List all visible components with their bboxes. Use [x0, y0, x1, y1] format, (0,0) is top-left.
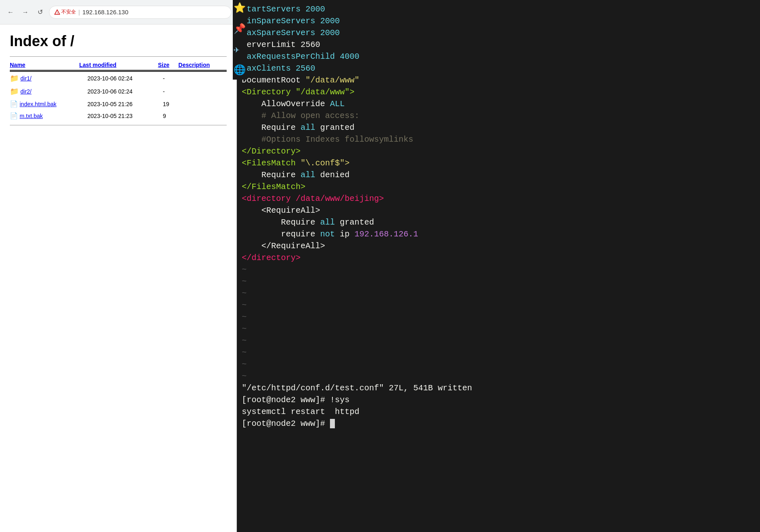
terminal-line: ~	[242, 335, 755, 347]
terminal-line: ~	[242, 276, 755, 287]
terminal-line: #Options Indexes followsymlinks	[242, 134, 755, 145]
last-modified-cell: 2023-10-06 02:24	[79, 85, 158, 98]
file-link[interactable]: dir2/	[20, 88, 31, 95]
terminal-line: systemctl restart httpd	[242, 406, 755, 418]
terminal-line: MaxClients 2560	[242, 62, 755, 74]
file-name-cell: 📄m.txt.bak	[10, 110, 79, 122]
col-name-link[interactable]: Name	[10, 62, 25, 68]
description-cell	[178, 110, 227, 122]
size-cell: 9	[158, 110, 178, 122]
terminal-line: AllowOverride ALL	[242, 98, 755, 110]
browser-panel: ← → ↺ ! 不安全 | 192.168.126.130 Index of /…	[0, 0, 237, 532]
file-icon: 📄	[10, 112, 18, 119]
file-link[interactable]: m.txt.bak	[20, 113, 43, 119]
terminal-line: StartServers 2000	[242, 3, 755, 15]
page-title: Index of /	[10, 33, 227, 50]
last-modified-cell: 2023-10-05 21:23	[79, 110, 158, 122]
col-size: Size	[158, 60, 178, 70]
terminal-line: ~	[242, 299, 755, 311]
col-description: Description	[178, 60, 227, 70]
last-modified-cell: 2023-10-05 21:26	[79, 98, 158, 110]
table-row: 📁dir2/2023-10-06 02:24-	[10, 85, 227, 98]
terminal-line: Require all granted	[242, 122, 755, 134]
star-icon: ⭐	[237, 2, 246, 16]
description-cell	[178, 85, 227, 98]
file-name-cell: 📁dir2/	[10, 85, 79, 98]
col-description-link[interactable]: Description	[178, 62, 210, 68]
pin-icon: 📌	[237, 22, 246, 37]
col-size-link[interactable]: Size	[158, 62, 169, 68]
url-separator: |	[78, 9, 80, 16]
terminal-line: ServerLimit 2560	[242, 39, 755, 51]
reload-button[interactable]: ↺	[34, 7, 46, 18]
terminal-line: </directory>	[242, 252, 755, 264]
last-modified-cell: 2023-10-06 02:24	[79, 71, 158, 85]
warning-icon: !	[54, 9, 60, 15]
file-listing-table: Name Last modified Size Description 📁dir…	[10, 60, 227, 122]
terminal-line: DocumentRoot "/data/www"	[242, 74, 755, 86]
terminal-line: MaxRequestsPerChild 4000	[242, 51, 755, 62]
terminal-line: ~	[242, 287, 755, 299]
terminal-line: ~	[242, 323, 755, 335]
terminal-line: ~	[242, 311, 755, 323]
table-row: 📁dir1/2023-10-06 02:24-	[10, 71, 227, 85]
file-link[interactable]: dir1/	[20, 75, 31, 82]
table-row: 📄m.txt.bak2023-10-05 21:239	[10, 110, 227, 122]
table-row: 📄index.html.bak2023-10-05 21:2619	[10, 98, 227, 110]
description-cell	[178, 71, 227, 85]
col-last-modified: Last modified	[79, 60, 158, 70]
security-warning: ! 不安全	[54, 9, 76, 16]
back-button[interactable]: ←	[5, 7, 16, 18]
folder-icon: 📁	[10, 74, 19, 82]
terminal-line: <RequireAll>	[242, 205, 755, 216]
terminal-line: "/etc/httpd/conf.d/test.conf" 27L, 541B …	[242, 382, 755, 394]
terminal-line: </RequireAll>	[242, 240, 755, 252]
terminal-line: Require all granted	[242, 216, 755, 228]
file-name-cell: 📄index.html.bak	[10, 98, 79, 110]
folder-icon: 📁	[10, 87, 19, 96]
forward-button[interactable]: →	[20, 7, 31, 18]
table-header-row: Name Last modified Size Description	[10, 60, 227, 70]
col-name: Name	[10, 60, 79, 70]
terminal-line: <directory /data/www/beijing>	[242, 193, 755, 205]
index-content: Index of / Name Last modified Size Descr…	[0, 24, 236, 532]
terminal-line: <Directory "/data/www">	[242, 86, 755, 98]
col-last-modified-link[interactable]: Last modified	[79, 62, 116, 68]
terminal-line: <FilesMatch "\.conf$">	[242, 157, 755, 169]
globe-icon: 🌐	[237, 64, 246, 78]
terminal-line: require not ip 192.168.126.1	[242, 228, 755, 240]
description-cell	[178, 98, 227, 110]
security-label: 不安全	[61, 9, 76, 16]
terminal-line: ~	[242, 358, 755, 370]
arrow-icon: ✈	[237, 43, 246, 58]
terminal-line: ~	[242, 370, 755, 382]
terminal-line: [root@node2 www]#	[242, 418, 755, 430]
file-name-cell: 📁dir1/	[10, 71, 79, 85]
size-cell: 19	[158, 98, 178, 110]
terminal-line: MaxSpareServers 2000	[242, 27, 755, 39]
terminal-panel: ⭐ 📌 ✈ 🌐 StartServers 2000MinSpareServers…	[237, 0, 760, 532]
terminal-icons: ⭐ 📌 ✈ 🌐	[237, 0, 247, 80]
terminal-line: [root@node2 www]# !sys	[242, 394, 755, 406]
file-icon: 📄	[10, 100, 18, 107]
terminal-line: </FilesMatch>	[242, 181, 755, 193]
terminal-line: ~	[242, 347, 755, 358]
terminal-cursor	[330, 419, 335, 428]
address-bar[interactable]: ! 不安全 | 192.168.126.130	[49, 6, 232, 19]
terminal-line: # Allow open access:	[242, 110, 755, 122]
terminal-line: MinSpareServers 2000	[242, 15, 755, 27]
terminal-line: ~	[242, 264, 755, 276]
size-cell: -	[158, 85, 178, 98]
terminal-line: </Directory>	[242, 145, 755, 157]
file-link[interactable]: index.html.bak	[20, 101, 56, 107]
terminal-line: Require all denied	[242, 169, 755, 181]
svg-text:!: !	[57, 11, 58, 14]
file-table-body: 📁dir1/2023-10-06 02:24-📁dir2/2023-10-06 …	[10, 71, 227, 122]
terminal-lines: StartServers 2000MinSpareServers 2000Max…	[242, 3, 755, 430]
url-text: 192.168.126.130	[82, 9, 129, 16]
size-cell: -	[158, 71, 178, 85]
browser-chrome: ← → ↺ ! 不安全 | 192.168.126.130	[0, 0, 236, 24]
